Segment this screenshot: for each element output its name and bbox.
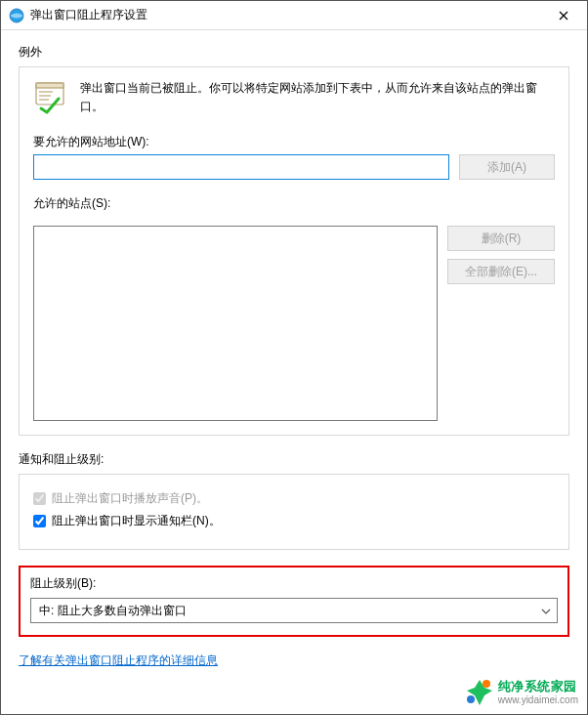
address-row: 添加(A) — [33, 154, 555, 180]
more-info-link[interactable]: 了解有关弹出窗口阻止程序的详细信息 — [19, 653, 218, 667]
notify-group: 阻止弹出窗口时播放声音(P)。 阻止弹出窗口时显示通知栏(N)。 — [19, 474, 569, 550]
blocking-level-selected: 中: 阻止大多数自动弹出窗口 — [39, 603, 187, 619]
notify-group-label: 通知和阻止级别: — [19, 451, 569, 468]
blocking-level-label: 阻止级别(B): — [30, 575, 558, 592]
play-sound-label: 阻止弹出窗口时播放声音(P)。 — [52, 490, 208, 507]
dialog-window: 弹出窗口阻止程序设置 例外 弹出 — [0, 0, 588, 715]
remove-all-button[interactable]: 全部删除(E)... — [447, 259, 555, 284]
side-buttons: 删除(R) 全部删除(E)... — [447, 226, 555, 421]
allowed-row: 删除(R) 全部删除(E)... — [33, 226, 555, 421]
close-button[interactable] — [544, 2, 583, 29]
allowed-sites-label: 允许的站点(S): — [33, 195, 555, 212]
exceptions-group: 弹出窗口当前已被阻止。你可以将特定网站添加到下表中，从而允许来自该站点的弹出窗口… — [19, 66, 569, 436]
intro-row: 弹出窗口当前已被阻止。你可以将特定网站添加到下表中，从而允许来自该站点的弹出窗口… — [33, 79, 555, 116]
show-infobar-checkbox[interactable] — [33, 515, 46, 527]
show-infobar-label: 阻止弹出窗口时显示通知栏(N)。 — [52, 513, 221, 529]
popup-blocked-icon — [33, 79, 68, 114]
address-label: 要允许的网站地址(W): — [33, 134, 555, 150]
play-sound-checkbox — [33, 492, 46, 505]
remove-button[interactable]: 删除(R) — [447, 226, 555, 251]
allowed-sites-listbox[interactable] — [33, 226, 438, 421]
exceptions-group-label: 例外 — [19, 44, 569, 61]
svg-rect-3 — [36, 83, 63, 88]
more-info-row: 了解有关弹出窗口阻止程序的详细信息 — [19, 649, 569, 669]
app-globe-icon — [9, 8, 24, 23]
show-infobar-row[interactable]: 阻止弹出窗口时显示通知栏(N)。 — [33, 513, 555, 529]
blocking-level-select[interactable]: 中: 阻止大多数自动弹出窗口 — [30, 598, 558, 623]
add-button[interactable]: 添加(A) — [459, 154, 555, 180]
website-address-input[interactable] — [33, 154, 449, 180]
window-title: 弹出窗口阻止程序设置 — [30, 7, 544, 23]
blocking-level-group: 阻止级别(B): 中: 阻止大多数自动弹出窗口 — [19, 566, 569, 637]
play-sound-row: 阻止弹出窗口时播放声音(P)。 — [33, 490, 555, 507]
titlebar: 弹出窗口阻止程序设置 — [1, 1, 587, 30]
intro-text: 弹出窗口当前已被阻止。你可以将特定网站添加到下表中，从而允许来自该站点的弹出窗口… — [80, 79, 555, 116]
dialog-content: 例外 弹出窗口当前已被阻止。你可以将特定网站添加到下表中，从而允许来自该站点的弹… — [1, 30, 587, 714]
blocking-level-select-wrap: 中: 阻止大多数自动弹出窗口 — [30, 598, 558, 623]
chevron-down-icon — [541, 606, 551, 616]
